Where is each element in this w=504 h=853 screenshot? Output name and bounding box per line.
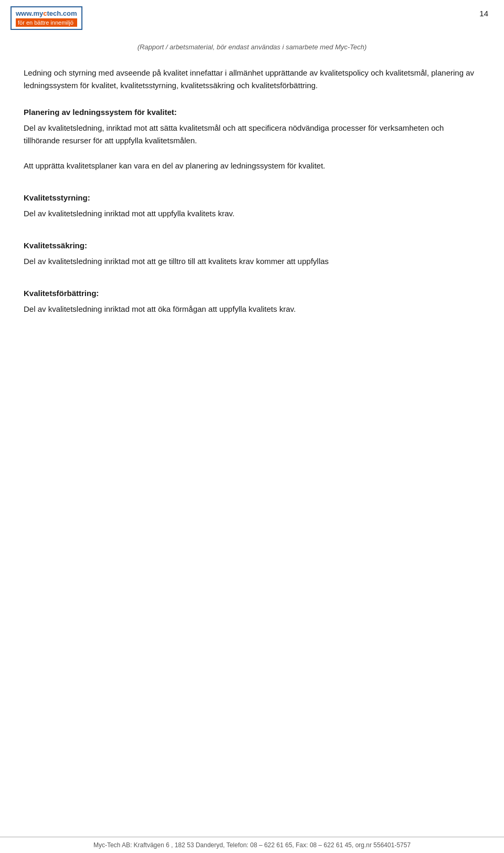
section-heading-planering: Planering av ledningssystem för kvalitet… [24,108,480,117]
section-kvalitetsförbättring: Kvalitetsförbättring: Del av kvalitetsle… [24,289,480,315]
logo-tagline: för en bättre innemiljö [16,18,77,27]
section-planering: Planering av ledningssystem för kvalitet… [24,108,480,172]
footer: Myc-Tech AB: Kraftvägen 6 , 182 53 Dande… [0,837,504,853]
page-number: 14 [479,6,488,18]
section-heading-kvalitetsstyrning: Kvalitetsstyrning: [24,193,480,202]
section-body-planering: Del av kvalitetsledning, inriktad mot at… [24,122,480,172]
header: www.myctech.com för en bättre innemiljö … [0,0,504,35]
page-wrapper: www.myctech.com för en bättre innemiljö … [0,0,504,853]
report-subtitle: (Rapport / arbetsmaterial, bör endast an… [0,35,504,61]
section-body-kvalitetsförbättring: Del av kvalitetsledning inriktad mot att… [24,303,480,315]
logo-box: www.myctech.com för en bättre innemiljö [10,6,82,30]
section-body-kvalitetssäkring: Del av kvalitetsledning inriktad mot att… [24,255,480,268]
section-heading-kvalitetssäkring: Kvalitetssäkring: [24,241,480,250]
section-body-planering-text: Del av kvalitetsledning, inriktad mot at… [24,123,444,145]
section-kvalitetsstyrning: Kvalitetsstyrning: Del av kvalitetsledni… [24,193,480,220]
section-heading-kvalitetsförbättring: Kvalitetsförbättring: [24,289,480,298]
section-kvalitetssäkring: Kvalitetssäkring: Del av kvalitetslednin… [24,241,480,268]
section-body-kvalitetsstyrning: Del av kvalitetsledning inriktad mot att… [24,207,480,220]
main-content: Ledning och styrning med avseende på kva… [0,61,504,347]
intro-paragraph: Ledning och styrning med avseende på kva… [24,67,480,92]
logo-text: www.myctech.com [16,9,77,17]
section-body-planering-extra: Att upprätta kvalitetsplaner kan vara en… [24,161,325,170]
